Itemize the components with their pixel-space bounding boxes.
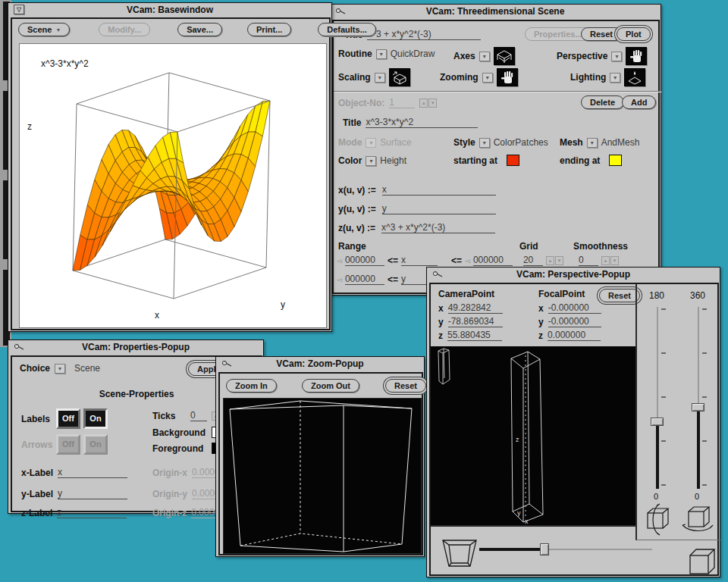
x-label-field[interactable]: x xyxy=(58,467,127,478)
elevation-slider[interactable] xyxy=(649,307,666,489)
scene-window: VCam: Threedimensional Scene Title x^3 +… xyxy=(329,4,661,296)
z-equation-field[interactable]: x^3 + x*y^2*(-3) xyxy=(381,222,495,233)
reset-button[interactable]: Reset xyxy=(581,27,622,41)
lighting-label: Lighting xyxy=(570,72,606,83)
z-label-field[interactable]: z xyxy=(57,507,127,518)
basewindow-titlebar[interactable]: ▽ VCam: Basewindow xyxy=(8,3,331,17)
lighting-menu-chip[interactable]: ▼ xyxy=(610,73,620,83)
chevron-down-icon: ▼ xyxy=(55,27,61,33)
mode-menu-chip[interactable]: ▼ xyxy=(366,138,376,148)
scaling-menu-chip[interactable]: ▼ xyxy=(375,73,385,83)
perspective-reset-button[interactable]: Reset xyxy=(599,289,640,302)
range-min-u-field[interactable]: 000000 xyxy=(345,255,384,266)
delete-button[interactable]: Delete xyxy=(581,95,624,109)
azimuth-slider[interactable] xyxy=(690,307,707,489)
scene-title-field[interactable]: x^3 + x*y^2*(-3) xyxy=(367,29,481,40)
y-label-label: y-Label xyxy=(21,489,53,499)
zoom-window-content: Zoom In Zoom Out Reset xyxy=(218,372,423,555)
y-equation-field[interactable]: y xyxy=(382,203,496,214)
smoothness-u-field[interactable]: 0 xyxy=(579,255,598,266)
zoom-canvas[interactable] xyxy=(223,398,422,554)
rotate-horizontal-cube-icon[interactable] xyxy=(681,502,714,539)
ticks-field[interactable]: 0 xyxy=(190,410,207,421)
window-menu-icon[interactable]: ▽ xyxy=(14,5,24,14)
defaults-button[interactable]: Defaults... xyxy=(318,23,376,36)
perspective-bottom-strip xyxy=(431,525,635,577)
grid-u-spinner[interactable]: ▲▼ xyxy=(546,256,563,265)
pushpin-icon[interactable] xyxy=(432,270,444,279)
add-button[interactable]: Add xyxy=(622,95,656,109)
elevation-slider-handle[interactable] xyxy=(651,418,664,426)
y-equation-label: y(u, v) := xyxy=(338,204,376,214)
frustum-icon[interactable] xyxy=(438,534,481,574)
pushpin-icon[interactable] xyxy=(221,359,233,368)
labels-off-toggle[interactable]: Off xyxy=(56,408,80,429)
zoom-in-button[interactable]: Zoom In xyxy=(226,379,277,393)
style-menu-chip[interactable]: ▼ xyxy=(479,138,490,148)
choice-menu-chip[interactable]: ▼ xyxy=(55,364,65,374)
grid-u-field[interactable]: 20 xyxy=(523,255,543,266)
x-equation-field[interactable]: x xyxy=(382,184,496,196)
azimuth-slider-handle[interactable] xyxy=(692,403,704,411)
labels-label: Labels xyxy=(21,414,56,424)
choice-value: Scene xyxy=(74,363,100,374)
camera-z-axis: z xyxy=(438,330,443,341)
mesh-menu-chip[interactable]: ▼ xyxy=(587,138,598,148)
focal-z-field[interactable]: 0.000000 xyxy=(548,330,601,341)
camera-y-field[interactable]: -78.869034 xyxy=(448,316,503,327)
smoothness-heading: Smoothness xyxy=(573,241,628,252)
modify-button[interactable]: Modify... xyxy=(99,23,150,36)
plot-title: x^3-3*x*y^2 xyxy=(41,58,89,69)
range-min-v-field[interactable]: 000000 xyxy=(345,274,384,285)
plot-button[interactable]: Plot xyxy=(617,27,651,41)
scene-menu-button[interactable]: Scene▼ xyxy=(18,23,70,36)
y-label-field[interactable]: y xyxy=(58,488,127,499)
range-max-u-field[interactable]: 000000 xyxy=(473,255,513,266)
zooming-menu-chip[interactable]: ▼ xyxy=(482,73,493,83)
lighting-icon[interactable] xyxy=(624,68,645,86)
perspective-canvas[interactable]: z y x xyxy=(431,346,635,525)
routine-menu-chip[interactable]: ▼ xyxy=(376,49,387,59)
axes-icon[interactable] xyxy=(494,47,515,65)
color-menu-chip[interactable]: ▼ xyxy=(366,156,376,166)
labels-on-toggle[interactable]: On xyxy=(83,408,108,429)
ending-color-swatch[interactable] xyxy=(609,155,622,166)
perspective-y-label: y xyxy=(517,509,521,517)
smoothness-u-spinner[interactable]: ▲▼ xyxy=(601,256,619,265)
save-button[interactable]: Save... xyxy=(177,23,222,36)
scaling-icon[interactable] xyxy=(389,68,410,86)
lte-label: <= xyxy=(451,255,462,266)
background-label: Background xyxy=(152,427,206,438)
zoom-window-titlebar[interactable]: VCam: Zoom-Popup xyxy=(216,357,424,371)
starting-color-swatch[interactable] xyxy=(507,155,519,166)
range-var-u-field[interactable]: x xyxy=(401,255,438,266)
camera-z-field[interactable]: 55.880435 xyxy=(447,330,502,341)
focal-x-field[interactable]: -0.000000 xyxy=(548,302,601,314)
camera-y-axis: y xyxy=(438,317,444,327)
object-no-value[interactable]: 1 xyxy=(389,97,415,108)
object-title-field[interactable]: x^3-3*x*y^2 xyxy=(366,117,478,128)
focal-y-field[interactable]: -0.000000 xyxy=(548,316,601,327)
cube-icon[interactable] xyxy=(686,545,717,581)
object-no-spinner[interactable]: ▲▼ xyxy=(419,99,437,108)
perspective-window-titlebar[interactable]: VCam: Perspective-Popup xyxy=(427,268,720,281)
perspective-menu-chip[interactable]: ▼ xyxy=(611,52,622,61)
lte-label: <= xyxy=(388,255,398,266)
axes-menu-chip[interactable]: ▼ xyxy=(479,52,490,61)
pushpin-icon[interactable] xyxy=(335,7,347,16)
pushpin-icon[interactable] xyxy=(14,343,25,352)
rotate-vertical-cube-icon[interactable] xyxy=(642,502,673,539)
perspective-hand-icon[interactable] xyxy=(626,47,647,65)
arrows-on-toggle[interactable]: On xyxy=(83,434,108,455)
camera-x-field[interactable]: 49.282842 xyxy=(448,302,503,314)
properties-window-titlebar[interactable]: VCam: Properties-Popup xyxy=(8,340,263,354)
zoom-out-button[interactable]: Zoom Out xyxy=(302,379,359,393)
distance-slider-handle[interactable] xyxy=(540,543,549,555)
origin-z-label: Origin-z xyxy=(152,508,187,518)
zoom-reset-button[interactable]: Reset xyxy=(385,379,426,393)
perspective-distance-slider[interactable] xyxy=(479,543,652,555)
print-button[interactable]: Print... xyxy=(247,23,291,36)
scene-window-titlebar[interactable]: VCam: Threedimensional Scene xyxy=(330,5,661,18)
zooming-hand-icon[interactable] xyxy=(497,68,518,86)
arrows-off-toggle[interactable]: Off xyxy=(56,434,80,455)
